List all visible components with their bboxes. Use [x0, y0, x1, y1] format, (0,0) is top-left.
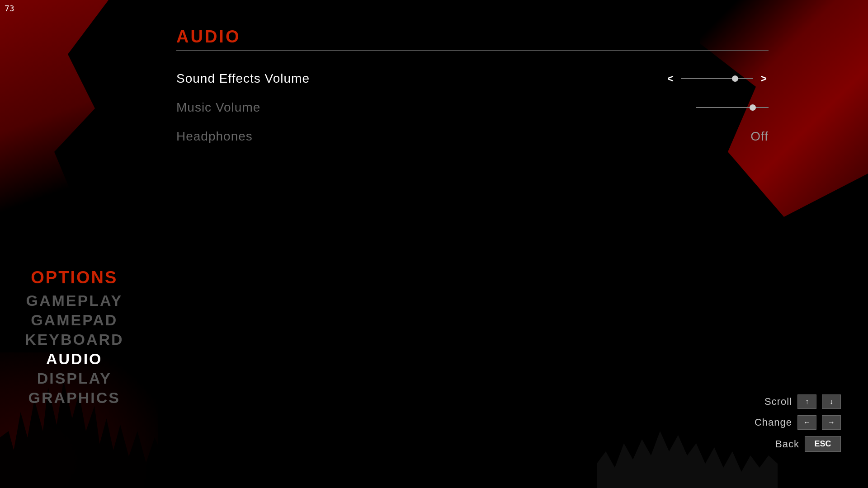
sidebar-nav: OPTIONS GAMEPLAY GAMEPAD KEYBOARD AUDIO …	[25, 268, 124, 407]
slider-line	[681, 78, 753, 79]
bottom-controls: Scroll ↑ ↓ Change ← → Back ESC	[755, 394, 841, 452]
setting-row-headphones: Headphones Off	[176, 122, 769, 151]
sidebar-item-gameplay[interactable]: GAMEPLAY	[26, 292, 123, 310]
slider-line-music	[696, 107, 769, 108]
setting-control-headphones: Off	[750, 129, 769, 144]
setting-control-music-volume	[696, 107, 769, 108]
scroll-control-row: Scroll ↑ ↓	[764, 394, 841, 409]
scroll-up-button[interactable]: ↑	[797, 394, 816, 409]
scroll-up-icon: ↑	[805, 398, 809, 406]
back-control-row: Back ESC	[775, 436, 841, 452]
change-left-button[interactable]: ←	[797, 415, 816, 430]
setting-row-sound-effects-volume: Sound Effects Volume < >	[176, 64, 769, 93]
sidebar-item-keyboard[interactable]: KEYBOARD	[25, 331, 124, 348]
music-volume-slider[interactable]	[696, 107, 769, 108]
sidebar-item-display[interactable]: DISPLAY	[37, 370, 112, 387]
scroll-label: Scroll	[764, 396, 792, 408]
change-control-row: Change ← →	[755, 415, 841, 430]
sidebar-item-gamepad[interactable]: GAMEPAD	[31, 311, 118, 329]
sidebar-header: OPTIONS	[31, 268, 118, 287]
setting-row-music-volume: Music Volume	[176, 93, 769, 122]
decrease-sound-effects-volume-button[interactable]: <	[665, 72, 675, 85]
change-left-icon: ←	[803, 418, 811, 427]
scroll-down-icon: ↓	[830, 398, 833, 406]
headphones-value: Off	[750, 129, 769, 144]
title-divider	[176, 50, 769, 51]
sidebar-item-graphics[interactable]: GRAPHICS	[28, 389, 120, 407]
setting-label-headphones: Headphones	[176, 129, 253, 144]
change-label: Change	[755, 417, 792, 428]
setting-label-music-volume: Music Volume	[176, 100, 260, 115]
page-title: AUDIO	[176, 27, 769, 47]
slider-thumb	[732, 75, 738, 82]
setting-label-sound-effects-volume: Sound Effects Volume	[176, 71, 310, 86]
sidebar-item-audio[interactable]: AUDIO	[46, 350, 103, 368]
back-button[interactable]: ESC	[805, 436, 841, 452]
setting-control-sound-effects-volume: < >	[665, 72, 769, 85]
scroll-down-button[interactable]: ↓	[822, 394, 841, 409]
sound-effects-volume-slider[interactable]	[681, 78, 753, 79]
fps-counter: 73	[5, 4, 14, 13]
increase-sound-effects-volume-button[interactable]: >	[759, 72, 769, 85]
change-right-button[interactable]: →	[822, 415, 841, 430]
change-right-icon: →	[828, 418, 835, 427]
back-label: Back	[775, 438, 799, 450]
bg-left-red	[0, 0, 136, 217]
bg-trees-right	[597, 407, 778, 488]
slider-thumb-music	[750, 104, 756, 111]
main-content: AUDIO Sound Effects Volume < > Music Vol…	[176, 27, 769, 151]
